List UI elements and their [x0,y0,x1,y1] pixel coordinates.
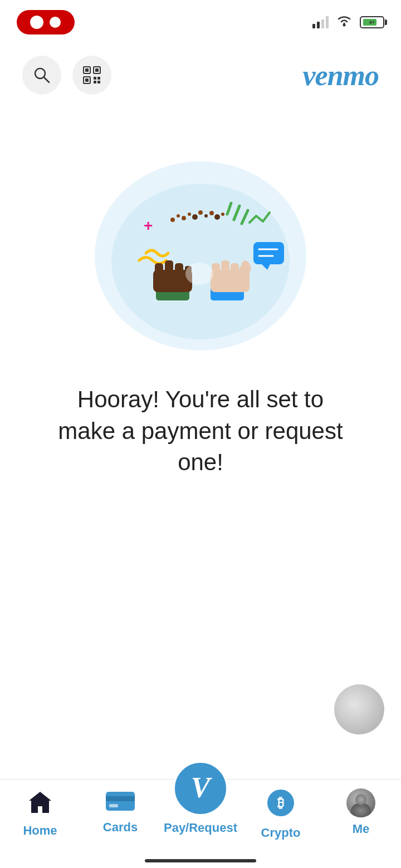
svg-rect-39 [231,263,239,275]
pay-request-label: Pay/Request [164,821,237,835]
fistbump-svg: + [106,172,295,339]
celebration-illustration: + [95,161,306,351]
qr-button[interactable] [72,56,111,95]
svg-rect-33 [175,263,183,275]
svg-rect-12 [94,81,96,83]
svg-rect-13 [97,81,100,83]
home-indicator [145,859,256,862]
cards-label: Cards [103,820,138,835]
svg-point-22 [204,214,208,218]
nav-item-home[interactable]: Home [0,788,80,838]
svg-point-17 [177,214,180,218]
status-bar: 4+ [0,0,401,45]
svg-point-46 [185,263,213,285]
battery-icon: 4+ [360,16,384,28]
svg-rect-11 [97,77,100,80]
svg-point-18 [182,216,186,220]
home-icon [27,788,53,819]
qr-code-icon [82,66,101,85]
floating-assist-button[interactable] [334,684,384,734]
pay-request-button[interactable]: V [173,761,228,816]
record-dot [30,16,43,29]
svg-rect-31 [155,263,163,275]
svg-rect-48 [106,796,135,801]
svg-point-19 [188,213,191,216]
svg-rect-42 [253,242,284,264]
svg-rect-10 [94,77,96,80]
svg-rect-38 [221,260,229,274]
record-icon [49,16,61,28]
svg-rect-7 [95,68,99,72]
venmo-logo: venmo [302,59,379,92]
nav-item-cards[interactable]: Cards [80,788,160,835]
signal-strength-icon [312,16,329,28]
nav-item-pay-request[interactable]: V Pay/Request [160,788,241,835]
main-content: + [0,139,401,501]
cards-icon [105,788,136,816]
svg-point-23 [209,211,214,215]
status-bar-right: 4+ [312,14,384,30]
me-avatar-icon [346,788,375,817]
battery-text: 4+ [369,19,375,25]
svg-point-24 [214,214,220,220]
venmo-v-icon: V [191,771,211,804]
crypto-label: Crypto [261,826,301,840]
nav-item-crypto[interactable]: ₿ Crypto [241,788,321,840]
svg-point-1 [343,24,346,27]
crypto-icon: ₿ [266,788,295,821]
svg-point-0 [50,17,61,28]
search-icon [33,66,51,84]
home-label: Home [23,823,57,838]
bottom-navigation: Home Cards V Pay/Request ₿ Crypto [0,779,401,868]
svg-point-25 [221,213,224,216]
svg-rect-49 [109,804,118,807]
svg-rect-9 [85,78,89,82]
svg-point-20 [192,214,198,220]
svg-text:₿: ₿ [277,795,284,810]
svg-point-16 [170,218,175,222]
recording-indicator [17,10,75,34]
status-bar-left [17,10,75,34]
svg-rect-5 [85,68,89,72]
nav-item-me[interactable]: Me [321,788,401,836]
success-message: Hooray! You're all set to make a payment… [56,384,345,479]
svg-point-21 [198,210,203,215]
header-icons [22,56,111,95]
svg-text:+: + [144,217,153,234]
search-button[interactable] [22,56,61,95]
svg-line-3 [44,77,49,82]
svg-rect-32 [165,260,173,274]
me-label: Me [353,822,370,836]
header: venmo [0,45,401,106]
wifi-icon [336,14,352,30]
